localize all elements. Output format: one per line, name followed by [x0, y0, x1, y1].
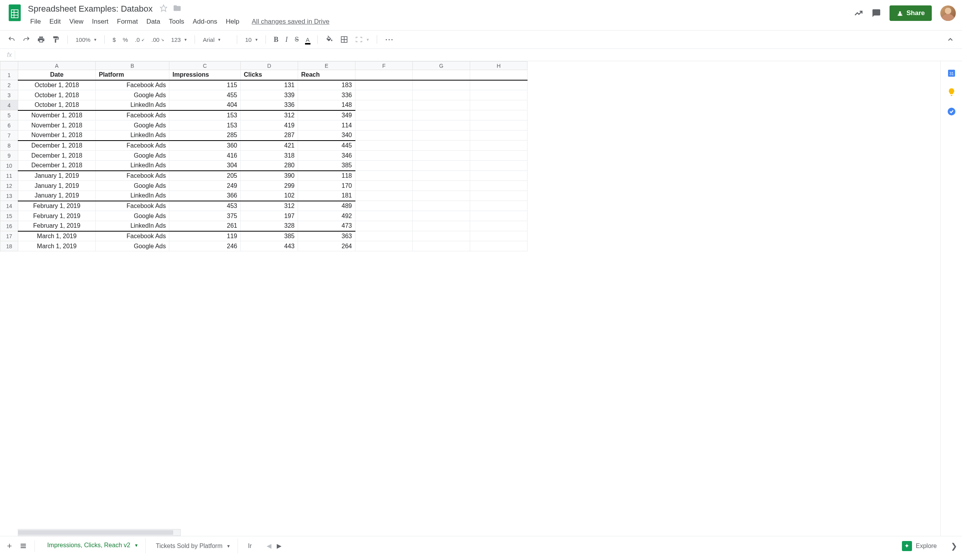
cell[interactable]	[413, 131, 470, 141]
cell[interactable]: 455	[169, 90, 241, 100]
merge-cells-icon[interactable]	[353, 34, 371, 45]
cell-header[interactable]: Reach	[298, 70, 355, 80]
cell[interactable]: LinkedIn Ads	[96, 161, 169, 171]
cell[interactable]: 404	[169, 100, 241, 110]
paint-format-icon[interactable]	[50, 34, 62, 45]
cell[interactable]: Google Ads	[96, 90, 169, 100]
cell[interactable]: December 1, 2018	[18, 151, 96, 161]
cell[interactable]	[413, 80, 470, 90]
cell[interactable]: 346	[298, 151, 355, 161]
increase-decimal-button[interactable]: .00↘	[149, 35, 167, 45]
cell[interactable]	[413, 100, 470, 110]
cell[interactable]: 299	[241, 181, 298, 191]
cell[interactable]: 443	[241, 241, 298, 251]
cell[interactable]	[470, 90, 528, 100]
cell[interactable]: LinkedIn Ads	[96, 191, 169, 201]
cell[interactable]: 197	[241, 211, 298, 221]
row-header[interactable]: 15	[0, 211, 18, 221]
cell[interactable]: 328	[241, 221, 298, 231]
column-header[interactable]: H	[470, 62, 528, 70]
column-header[interactable]: B	[96, 62, 169, 70]
row-header[interactable]: 2	[0, 80, 18, 90]
cell[interactable]: November 1, 2018	[18, 120, 96, 131]
row-header[interactable]: 7	[0, 131, 18, 141]
number-format-selector[interactable]: 123	[169, 35, 189, 45]
format-currency-button[interactable]: $	[110, 35, 118, 45]
cell[interactable]	[355, 80, 413, 90]
cell[interactable]	[470, 70, 528, 80]
cell[interactable]: Facebook Ads	[96, 201, 169, 211]
cell[interactable]: Google Ads	[96, 241, 169, 251]
cell[interactable]: 336	[298, 90, 355, 100]
cell[interactable]: 102	[241, 191, 298, 201]
cell[interactable]	[355, 201, 413, 211]
zoom-selector[interactable]: 100%	[73, 35, 99, 45]
cell[interactable]: January 1, 2019	[18, 171, 96, 181]
cell[interactable]	[355, 191, 413, 201]
cell[interactable]	[413, 70, 470, 80]
sheet-tab-truncated[interactable]: Ir	[241, 539, 259, 553]
cell[interactable]	[470, 110, 528, 120]
formula-input[interactable]	[19, 51, 958, 58]
row-header[interactable]: 4	[0, 100, 18, 110]
cell[interactable]	[355, 120, 413, 131]
cell[interactable]	[355, 151, 413, 161]
column-header[interactable]: A	[18, 62, 96, 70]
cell[interactable]: 375	[169, 211, 241, 221]
cell[interactable]: 453	[169, 201, 241, 211]
cell[interactable]	[413, 201, 470, 211]
cell[interactable]: 385	[241, 231, 298, 241]
cell[interactable]: 336	[241, 100, 298, 110]
cell[interactable]: 304	[169, 161, 241, 171]
cell[interactable]	[470, 80, 528, 90]
cell[interactable]	[355, 141, 413, 151]
row-header[interactable]: 10	[0, 161, 18, 171]
cell-header[interactable]: Platform	[96, 70, 169, 80]
cell[interactable]: 360	[169, 141, 241, 151]
more-toolbar-icon[interactable]: ⋯	[383, 33, 397, 46]
cell[interactable]: 246	[169, 241, 241, 251]
cell[interactable]: 181	[298, 191, 355, 201]
row-header[interactable]: 8	[0, 141, 18, 151]
cell[interactable]: October 1, 2018	[18, 80, 96, 90]
menu-format[interactable]: Format	[113, 16, 142, 27]
cell[interactable]: November 1, 2018	[18, 131, 96, 141]
avatar[interactable]	[940, 5, 956, 21]
decrease-decimal-button[interactable]: .0↙	[133, 35, 147, 45]
all-sheets-icon[interactable]	[17, 541, 29, 551]
cell[interactable]: December 1, 2018	[18, 141, 96, 151]
cell[interactable]	[355, 181, 413, 191]
fx-icon[interactable]: fx	[4, 52, 15, 58]
cell[interactable]: 264	[298, 241, 355, 251]
cell[interactable]: 285	[169, 131, 241, 141]
cell[interactable]: 119	[169, 231, 241, 241]
cell[interactable]: 153	[169, 120, 241, 131]
cell[interactable]: 118	[298, 171, 355, 181]
cell[interactable]	[413, 211, 470, 221]
cell[interactable]	[413, 110, 470, 120]
cell[interactable]: 363	[298, 231, 355, 241]
cell[interactable]	[470, 120, 528, 131]
cell[interactable]: LinkedIn Ads	[96, 100, 169, 110]
cell[interactable]	[355, 131, 413, 141]
cell[interactable]: 416	[169, 151, 241, 161]
cell[interactable]	[413, 231, 470, 241]
cell[interactable]: 473	[298, 221, 355, 231]
menu-addons[interactable]: Add-ons	[189, 16, 221, 27]
cell[interactable]: 349	[298, 110, 355, 120]
cell[interactable]: 205	[169, 171, 241, 181]
cell[interactable]: Facebook Ads	[96, 231, 169, 241]
column-header[interactable]: D	[241, 62, 298, 70]
cell[interactable]: 421	[241, 141, 298, 151]
cell[interactable]: LinkedIn Ads	[96, 131, 169, 141]
strikethrough-button[interactable]: S	[292, 34, 301, 45]
cell[interactable]	[470, 231, 528, 241]
cell[interactable]	[413, 141, 470, 151]
cell[interactable]	[470, 191, 528, 201]
cell[interactable]: 318	[241, 151, 298, 161]
cell[interactable]	[355, 241, 413, 251]
sheet-tab[interactable]: Tickets Sold by Platform ▼	[149, 539, 238, 553]
explore-button[interactable]: ✦ Explore	[896, 541, 943, 551]
font-size-selector[interactable]: 10	[243, 35, 260, 45]
bold-button[interactable]: B	[271, 34, 281, 45]
